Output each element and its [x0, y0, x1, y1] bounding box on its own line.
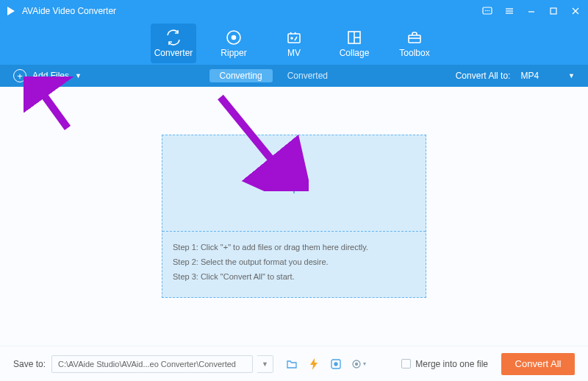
save-path-dropdown[interactable]: ▼ [257, 355, 273, 373]
svg-marker-0 [7, 7, 15, 15]
svg-marker-23 [310, 358, 318, 370]
chevron-down-icon: ▼ [568, 72, 575, 79]
app-window: AVAide Video Converter Converter [0, 0, 588, 381]
open-folder-icon[interactable] [284, 356, 300, 372]
add-files-label: Add Files [32, 71, 69, 81]
feedback-icon[interactable] [482, 6, 492, 16]
nav-label: Ripper [220, 48, 246, 58]
tab-converting[interactable]: Converting [209, 69, 273, 82]
svg-rect-19 [409, 35, 420, 43]
step-1: Step 1: Click "+" to add files or drag t… [173, 241, 415, 255]
nav-label: Collage [340, 48, 370, 58]
maximize-button[interactable] [548, 6, 559, 16]
top-nav: Converter Ripper MV Collage Toolbox [0, 22, 588, 65]
merge-checkbox[interactable] [401, 359, 411, 368]
output-format-dropdown[interactable]: MP4 ▼ [520, 71, 575, 81]
save-path-field[interactable]: C:\AVAide Studio\AVAid...eo Converter\Co… [51, 355, 253, 373]
add-files-drop-plus[interactable] [162, 135, 426, 231]
minimize-button[interactable] [526, 6, 537, 16]
svg-point-3 [487, 10, 488, 12]
convert-all-to-label: Convert All to: [456, 71, 511, 81]
instruction-steps: Step 1: Click "+" to add files or drag t… [162, 231, 426, 293]
nav-collage[interactable]: Collage [331, 24, 377, 63]
svg-point-2 [485, 10, 487, 12]
svg-point-4 [489, 10, 490, 12]
merge-label: Merge into one file [415, 359, 488, 369]
nav-converter[interactable]: Converter [151, 24, 196, 63]
nav-label: Toolbox [399, 48, 429, 58]
hardware-accel-icon[interactable] [306, 356, 322, 372]
app-title: AVAide Video Converter [22, 6, 116, 16]
sub-bar: + Add Files ▼ Converting Converted Conve… [0, 65, 588, 87]
nav-label: MV [287, 48, 301, 58]
app-logo-icon [4, 4, 18, 18]
plus-icon [281, 170, 307, 196]
nav-label: Converter [154, 48, 193, 58]
ripper-icon [226, 29, 242, 46]
svg-rect-9 [551, 8, 556, 14]
collage-icon [346, 29, 362, 46]
add-files-button[interactable]: + Add Files ▼ [13, 69, 82, 82]
chevron-down-icon: ▼ [75, 72, 82, 79]
titlebar: AVAide Video Converter [0, 0, 588, 22]
toolbox-icon [406, 29, 423, 46]
svg-point-25 [334, 363, 337, 366]
menu-icon[interactable] [504, 6, 514, 16]
footer-bar: Save to: C:\AVAide Studio\AVAid...eo Con… [0, 346, 588, 381]
close-button[interactable] [570, 6, 581, 16]
settings-icon[interactable]: ▾ [350, 356, 366, 372]
save-to-label: Save to: [13, 359, 46, 369]
svg-point-13 [232, 36, 236, 40]
step-3: Step 3: Click "Convert All" to start. [173, 270, 415, 285]
converter-icon [165, 29, 182, 46]
main-area: Step 1: Click "+" to add files or drag t… [0, 87, 588, 346]
nav-toolbox[interactable]: Toolbox [392, 24, 437, 63]
mv-icon [286, 29, 302, 46]
drop-zone[interactable]: Step 1: Click "+" to add files or drag t… [162, 135, 426, 298]
svg-point-27 [355, 363, 357, 365]
convert-all-label: Convert All [515, 358, 562, 369]
nav-ripper[interactable]: Ripper [211, 24, 257, 63]
save-path-value: C:\AVAide Studio\AVAid...eo Converter\Co… [58, 360, 236, 368]
svg-point-15 [291, 38, 293, 39]
tab-converted[interactable]: Converted [287, 71, 328, 81]
plus-circle-icon: + [13, 69, 26, 82]
high-speed-icon[interactable] [328, 356, 344, 372]
nav-mv[interactable]: MV [271, 24, 317, 63]
svg-rect-14 [288, 34, 300, 43]
convert-all-button[interactable]: Convert All [501, 353, 575, 375]
step-2: Step 2: Select the output format you des… [173, 255, 415, 270]
output-format-value: MP4 [520, 71, 539, 81]
